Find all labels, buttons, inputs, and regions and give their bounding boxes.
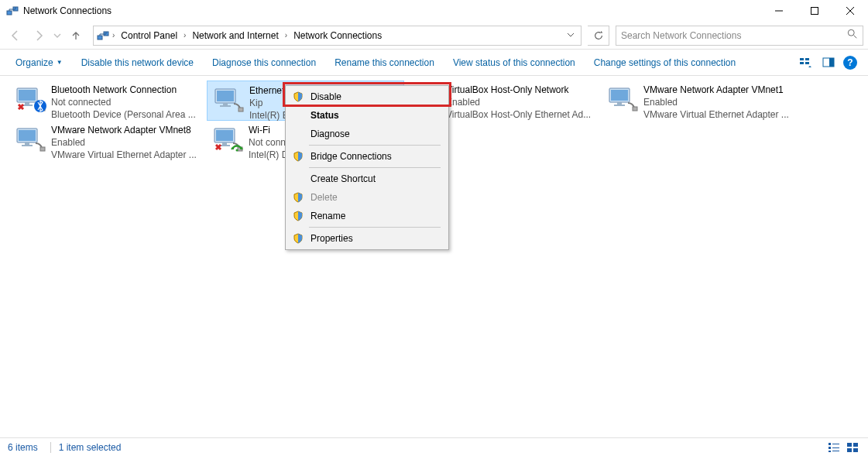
breadcrumb-segment[interactable]: Network and Internet <box>189 26 281 45</box>
adapter-icon <box>606 84 639 116</box>
address-dropdown-button[interactable] <box>564 30 578 41</box>
network-adapter-item[interactable]: VMware Network Adapter VMnet1EnabledVMwa… <box>602 81 799 121</box>
context-menu-label: Rename <box>310 211 441 221</box>
adapter-status: Enabled <box>643 96 794 108</box>
context-menu-item[interactable]: Disable <box>286 87 448 106</box>
refresh-button[interactable] <box>588 26 609 46</box>
context-menu-label: Delete <box>310 192 441 203</box>
context-menu-item[interactable]: Bridge Connections <box>286 147 448 166</box>
network-adapter-item[interactable]: VMware Network Adapter VMnet8EnabledVMwa… <box>9 121 207 161</box>
svg-rect-0 <box>7 11 12 15</box>
title-bar: Network Connections <box>0 0 868 22</box>
view-status-button[interactable]: View status of this connection <box>444 57 585 68</box>
rename-button[interactable]: Rename this connection <box>325 57 444 68</box>
help-icon[interactable]: ? <box>843 56 857 70</box>
context-menu-label: Diagnose <box>310 129 441 139</box>
adapter-status: Not connected <box>51 96 202 108</box>
svg-rect-34 <box>19 130 36 141</box>
svg-rect-22 <box>238 108 243 111</box>
diagnose-button[interactable]: Diagnose this connection <box>203 57 325 68</box>
context-menu-item[interactable]: Rename <box>286 207 448 225</box>
context-menu-label: Status <box>310 110 441 121</box>
svg-rect-53 <box>853 448 858 452</box>
breadcrumb-segment[interactable]: Network Connections <box>290 26 385 45</box>
chevron-right-icon[interactable]: › <box>282 31 290 39</box>
svg-rect-30 <box>617 102 622 105</box>
window-controls <box>761 0 868 22</box>
svg-point-5 <box>848 29 854 36</box>
adapter-description: Bluetooth Device (Personal Area ... <box>51 108 202 121</box>
svg-rect-11 <box>829 58 834 67</box>
large-icons-view-button[interactable] <box>845 441 860 454</box>
svg-rect-46 <box>829 447 831 449</box>
view-options: ? <box>797 54 862 71</box>
maximize-button[interactable] <box>797 0 832 22</box>
shield-icon <box>292 150 304 163</box>
context-menu-label: Disable <box>310 91 441 102</box>
search-placeholder: Search Network Connections <box>621 30 847 41</box>
svg-rect-49 <box>832 451 839 451</box>
status-bar: 6 items 1 item selected <box>0 437 868 456</box>
adapter-icon <box>211 124 244 156</box>
svg-rect-37 <box>40 147 45 151</box>
svg-rect-8 <box>805 58 809 60</box>
minimize-button[interactable] <box>761 0 797 22</box>
adapter-texts: VirtualBox Host-Only NetworkEnabledVirtu… <box>446 84 597 122</box>
adapter-texts: Bluetooth Network ConnectionNot connecte… <box>51 84 202 122</box>
chevron-right-icon[interactable]: › <box>180 31 189 39</box>
change-settings-button[interactable]: Change settings of this connection <box>585 57 745 68</box>
svg-rect-50 <box>847 443 852 447</box>
svg-rect-36 <box>22 145 33 146</box>
search-input[interactable]: Search Network Connections <box>616 26 863 46</box>
breadcrumb-segment[interactable]: Control Panel <box>118 26 180 45</box>
app-icon <box>6 5 19 17</box>
adapter-description: VirtualBox Host-Only Ethernet Ad... <box>446 108 597 121</box>
context-menu-separator <box>309 167 441 168</box>
svg-rect-39 <box>216 130 233 141</box>
shield-icon <box>292 191 304 204</box>
adapter-description: VMware Virtual Ethernet Adapter ... <box>643 108 794 121</box>
context-menu-label: Create Shortcut <box>310 173 441 184</box>
adapter-name: VMware Network Adapter VMnet8 <box>51 124 202 136</box>
recent-locations-button[interactable] <box>51 25 63 46</box>
svg-rect-48 <box>829 451 831 452</box>
back-button[interactable] <box>5 25 26 46</box>
address-bar[interactable]: › Control Panel › Network and Internet ›… <box>93 26 582 46</box>
up-button[interactable] <box>65 25 87 46</box>
chevron-down-icon: ▼ <box>57 59 63 66</box>
organize-menu[interactable]: Organize▼ <box>6 57 72 68</box>
context-menu-item[interactable]: Diagnose <box>286 125 448 143</box>
context-menu-item[interactable]: Create Shortcut <box>286 170 448 188</box>
adapter-status: Enabled <box>446 96 597 108</box>
context-menu-item[interactable]: Properties <box>286 229 448 248</box>
svg-rect-19 <box>217 91 234 101</box>
blank-icon <box>292 128 304 140</box>
details-view-button[interactable] <box>826 441 842 454</box>
disable-device-button[interactable]: Disable this network device <box>72 57 203 68</box>
shield-icon <box>292 91 304 103</box>
context-menu-item[interactable]: Status <box>286 106 448 125</box>
svg-rect-3 <box>98 36 102 39</box>
forward-button[interactable] <box>28 25 50 46</box>
adapter-icon <box>14 124 46 156</box>
svg-rect-40 <box>222 142 227 145</box>
adapter-texts: VMware Network Adapter VMnet1EnabledVMwa… <box>643 84 794 122</box>
network-adapter-item[interactable]: Bluetooth Network ConnectionNot connecte… <box>9 81 207 121</box>
svg-rect-2 <box>811 8 818 15</box>
context-menu-label: Properties <box>310 233 441 244</box>
view-options-button[interactable] <box>797 54 814 71</box>
close-button[interactable] <box>832 0 868 22</box>
status-selected-count: 1 item selected <box>50 442 122 453</box>
svg-rect-31 <box>614 105 625 106</box>
blank-icon <box>292 173 304 185</box>
svg-rect-7 <box>800 62 804 64</box>
svg-rect-9 <box>805 62 809 64</box>
svg-point-43 <box>236 149 238 152</box>
svg-rect-52 <box>847 448 852 452</box>
adapter-status: Enabled <box>51 136 202 149</box>
blank-icon <box>292 109 304 122</box>
context-menu-separator <box>309 227 441 228</box>
svg-rect-45 <box>832 444 839 444</box>
preview-pane-button[interactable] <box>820 54 837 71</box>
chevron-right-icon[interactable]: › <box>109 31 118 39</box>
